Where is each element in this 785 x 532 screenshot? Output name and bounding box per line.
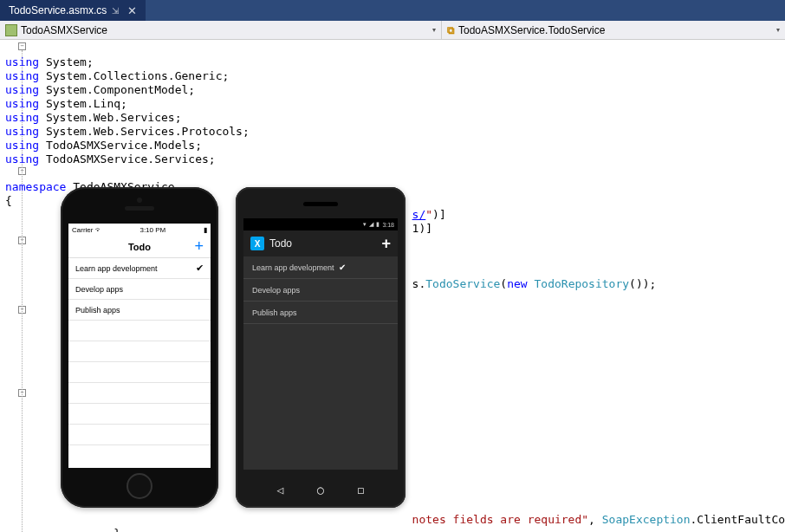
list-item[interactable] [68, 341, 211, 362]
class-icon: ⧉ [447, 24, 455, 36]
home-icon[interactable]: ◯ [315, 483, 327, 496]
keyword: using [5, 111, 39, 124]
file-tab[interactable]: TodoService.asmx.cs ⇲ ✕ [0, 0, 146, 21]
list-item[interactable]: Publish apps [243, 302, 398, 324]
keyword: namespace [5, 180, 66, 193]
back-icon[interactable]: ◁ [274, 483, 286, 496]
checkmark-icon: ✔ [196, 263, 204, 274]
service-icon [5, 24, 17, 36]
list-item[interactable] [68, 404, 211, 425]
tab-filename: TodoService.asmx.cs [9, 4, 107, 16]
battery-icon: ▮ [204, 226, 207, 234]
list-item[interactable] [68, 425, 211, 445]
keyword: using [5, 125, 39, 138]
speaker-slot [125, 206, 154, 211]
android-appbar: X Todo + [243, 230, 398, 256]
keyword: using [5, 83, 39, 96]
iphone-device: Carrier ᯤ 3:10 PM ▮ Todo + Learn app dev… [61, 187, 218, 508]
speaker-slot [303, 202, 338, 206]
member-dropdown[interactable]: ⧉ TodoASMXService.TodoService ▾ [442, 21, 785, 39]
member-text: TodoASMXService.TodoService [458, 24, 605, 36]
android-status-bar: ▾ ◢ ▮ 3:18 [243, 218, 398, 230]
keyword: using [5, 55, 39, 68]
list-item[interactable]: Learn app development✔ [68, 258, 211, 279]
ios-screen: Carrier ᯤ 3:10 PM ▮ Todo + Learn app dev… [68, 224, 211, 468]
home-button[interactable] [127, 473, 152, 499]
keyword: using [5, 97, 39, 110]
wifi-icon: ▾ [363, 221, 367, 228]
ios-navbar: Todo + [68, 236, 211, 258]
ios-status-bar: Carrier ᯤ 3:10 PM ▮ [68, 224, 211, 236]
scope-text: TodoASMXService [21, 24, 107, 36]
android-navkeys: ◁ ◯ ◻ [236, 483, 405, 496]
android-screen: ▾ ◢ ▮ 3:18 X Todo + Learn app developmen… [243, 218, 398, 470]
list-item[interactable]: Develop apps [243, 279, 398, 302]
list-item[interactable] [68, 321, 211, 341]
pin-icon[interactable]: ⇲ [112, 6, 119, 16]
chevron-down-icon: ▾ [776, 26, 780, 34]
page-title: Todo [269, 237, 292, 250]
chevron-down-icon: ▾ [432, 26, 436, 34]
page-title: Todo [128, 242, 151, 252]
clock-label: 3:18 [382, 222, 394, 228]
clock-label: 3:10 PM [139, 226, 165, 234]
list-item[interactable]: Publish apps [68, 300, 211, 321]
checkmark-icon: ✔ [339, 263, 346, 272]
signal-icon: ◢ [369, 221, 373, 228]
keyword: using [5, 139, 39, 152]
phone-previews: Carrier ᯤ 3:10 PM ▮ Todo + Learn app dev… [61, 187, 405, 508]
close-icon[interactable]: ✕ [127, 4, 137, 17]
scope-dropdown[interactable]: TodoASMXService ▾ [0, 21, 442, 39]
list-item[interactable] [68, 362, 211, 383]
recent-icon[interactable]: ◻ [355, 483, 367, 496]
carrier-label: Carrier ᯤ [72, 226, 102, 234]
keyword: using [5, 152, 39, 165]
add-button[interactable]: + [381, 235, 391, 253]
list-item[interactable]: Learn app development✔ [243, 256, 398, 279]
keyword: using [5, 69, 39, 82]
list-item[interactable] [68, 383, 211, 404]
document-tabbar: TodoService.asmx.cs ⇲ ✕ [0, 0, 785, 21]
add-button[interactable]: + [194, 237, 204, 256]
camera-dot [137, 198, 142, 203]
battery-icon: ▮ [376, 221, 380, 228]
navigation-bar: TodoASMXService ▾ ⧉ TodoASMXService.Todo… [0, 21, 785, 40]
list-item[interactable]: Develop apps [68, 279, 211, 300]
app-logo-icon: X [250, 237, 264, 250]
android-device: ▾ ◢ ▮ 3:18 X Todo + Learn app developmen… [236, 187, 405, 508]
